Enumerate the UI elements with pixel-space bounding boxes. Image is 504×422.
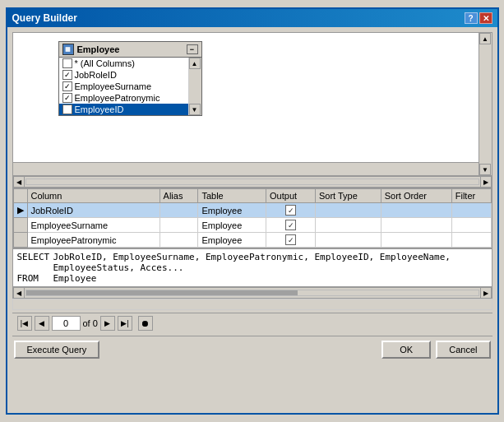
window-title: Query Builder xyxy=(12,12,77,24)
cell-sortorder-3[interactable] xyxy=(381,233,451,248)
query-builder-window: Query Builder ? ✕ ▦ Employee − xyxy=(6,7,499,415)
collapse-button[interactable]: − xyxy=(187,44,198,54)
cell-sorttype-1[interactable] xyxy=(315,203,381,218)
cancel-button[interactable]: Cancel xyxy=(436,341,490,359)
sql-area: SELECT JobRoleID, EmployeeSurname, Emplo… xyxy=(12,248,492,287)
field-all-columns-label: * (All Columns) xyxy=(75,58,135,68)
col-output-header: Output xyxy=(266,189,316,203)
sql-scroll-track xyxy=(25,290,479,296)
sql-scroll-left[interactable]: ◀ xyxy=(13,287,25,299)
grid-scroll-track-h xyxy=(25,179,479,185)
scroll-track xyxy=(189,69,201,104)
grid-right-arrow[interactable]: ▶ xyxy=(480,176,492,188)
field-employeesurname-checkbox[interactable] xyxy=(62,81,72,91)
cell-sorttype-2[interactable] xyxy=(315,218,381,233)
output-cb-3[interactable] xyxy=(285,234,296,245)
title-bar-left: Query Builder xyxy=(12,12,77,24)
table-widget-scroll[interactable]: ▲ ▼ xyxy=(188,58,201,115)
grid-scroll-top[interactable]: ◀ ▶ xyxy=(12,176,492,188)
grid-left-arrow[interactable]: ◀ xyxy=(13,176,25,188)
col-indicator-header xyxy=(13,189,27,203)
scroll-up-arrow[interactable]: ▲ xyxy=(189,58,201,69)
nav-first-button[interactable]: |◀ xyxy=(17,316,32,331)
nav-stop-button[interactable]: ⏺ xyxy=(138,316,153,331)
scroll-down-arrow[interactable]: ▼ xyxy=(189,104,201,115)
cell-output-2[interactable] xyxy=(266,218,316,233)
close-button[interactable]: ✕ xyxy=(479,12,492,24)
table-icon: ▦ xyxy=(62,44,74,55)
cell-alias-1[interactable] xyxy=(160,203,198,218)
sql-scroll-right[interactable]: ▶ xyxy=(480,287,492,299)
cell-alias-2[interactable] xyxy=(160,218,198,233)
cell-output-1[interactable] xyxy=(266,203,316,218)
page-number-input[interactable] xyxy=(52,316,81,331)
bottom-right-buttons: OK Cancel xyxy=(381,341,490,359)
sql-select-line: SELECT JobRoleID, EmployeeSurname, Emplo… xyxy=(17,252,488,273)
field-employeepatronymic[interactable]: EmployeePatronymic xyxy=(59,92,201,104)
page-of-label: of 0 xyxy=(83,318,98,328)
field-employeesurname-label: EmployeeSurname xyxy=(75,81,152,91)
nav-last-button[interactable]: ▶| xyxy=(118,316,132,331)
status-bar xyxy=(12,299,492,310)
col-table-header: Table xyxy=(198,189,266,203)
diag-scroll-down[interactable]: ▼ xyxy=(479,164,491,175)
field-employeeid-label: EmployeeID xyxy=(75,104,124,114)
cell-column-1[interactable]: JobRoleID xyxy=(27,203,160,218)
col-filter-header: Filter xyxy=(451,189,491,203)
field-employeeid-checkbox[interactable] xyxy=(62,104,72,114)
sql-scroll-h[interactable]: ◀ ▶ xyxy=(12,287,492,299)
field-employeepatronymic-checkbox[interactable] xyxy=(62,93,72,103)
sql-select-keyword: SELECT xyxy=(17,252,50,273)
grid-row-jobroleid[interactable]: ▶ JobRoleID Employee xyxy=(13,203,491,218)
field-all-columns-checkbox[interactable] xyxy=(62,58,72,68)
field-jobroleid-checkbox[interactable] xyxy=(62,70,72,80)
col-column-header: Column xyxy=(27,189,160,203)
field-all-columns[interactable]: * (All Columns) xyxy=(59,58,201,69)
sql-from-value: Employee xyxy=(53,273,97,284)
cell-alias-3[interactable] xyxy=(160,233,198,248)
ok-button[interactable]: OK xyxy=(381,341,431,359)
title-bar-buttons: ? ✕ xyxy=(465,12,492,24)
cell-table-3: Employee xyxy=(198,233,266,248)
help-button[interactable]: ? xyxy=(465,12,478,24)
cell-column-2[interactable]: EmployeeSurname xyxy=(27,218,160,233)
output-cb-1[interactable] xyxy=(285,205,296,216)
nav-next-button[interactable]: ▶ xyxy=(100,316,115,331)
cell-filter-2[interactable] xyxy=(451,218,491,233)
row-indicator-2 xyxy=(13,218,27,233)
table-widget-body: * (All Columns) JobRoleID EmployeeSurnam… xyxy=(59,58,201,115)
diagram-inner: ▦ Employee − * (All Columns) JobRoleID xyxy=(13,33,479,162)
diagram-scroll-h[interactable] xyxy=(13,162,479,175)
cell-table-1: Employee xyxy=(198,203,266,218)
cell-sortorder-2[interactable] xyxy=(381,218,451,233)
cell-sorttype-3[interactable] xyxy=(315,233,381,248)
output-cb-2[interactable] xyxy=(285,220,296,230)
sql-from-line: FROM Employee xyxy=(17,273,488,284)
cell-filter-1[interactable] xyxy=(451,203,491,218)
execute-query-button[interactable]: Execute Query xyxy=(14,341,100,359)
navigation-bar: |◀ ◀ of 0 ▶ ▶| ⏺ xyxy=(12,313,492,333)
diag-scroll-track-v xyxy=(479,44,491,164)
content-area: ▦ Employee − * (All Columns) JobRoleID xyxy=(7,27,497,413)
cell-output-3[interactable] xyxy=(266,233,316,248)
sql-select-value: JobRoleID, EmployeeSurname, EmployeePatr… xyxy=(53,252,488,273)
field-jobroleid-label: JobRoleID xyxy=(75,70,117,80)
diag-scroll-up[interactable]: ▲ xyxy=(479,33,491,44)
cell-sortorder-1[interactable] xyxy=(381,203,451,218)
col-alias-header: Alias xyxy=(160,189,198,203)
grid-row-employeesurname[interactable]: EmployeeSurname Employee xyxy=(13,218,491,233)
table-name-label: Employee xyxy=(77,44,120,54)
cell-table-2: Employee xyxy=(198,218,266,233)
field-jobroleid[interactable]: JobRoleID xyxy=(59,69,201,81)
field-employeesurname[interactable]: EmployeeSurname xyxy=(59,81,201,92)
cell-filter-3[interactable] xyxy=(451,233,491,248)
cell-column-3[interactable]: EmployeePatronymic xyxy=(27,233,160,248)
field-employeeid[interactable]: EmployeeID xyxy=(59,104,201,115)
employee-table-widget: ▦ Employee − * (All Columns) JobRoleID xyxy=(58,41,202,116)
diagram-area: ▦ Employee − * (All Columns) JobRoleID xyxy=(12,32,492,176)
row-indicator-3 xyxy=(13,233,27,248)
nav-prev-button[interactable]: ◀ xyxy=(35,316,49,331)
col-sorttype-header: Sort Type xyxy=(315,189,381,203)
grid-row-employeepatronymic[interactable]: EmployeePatronymic Employee xyxy=(13,233,491,248)
diagram-scroll-v[interactable]: ▲ ▼ xyxy=(479,33,492,175)
